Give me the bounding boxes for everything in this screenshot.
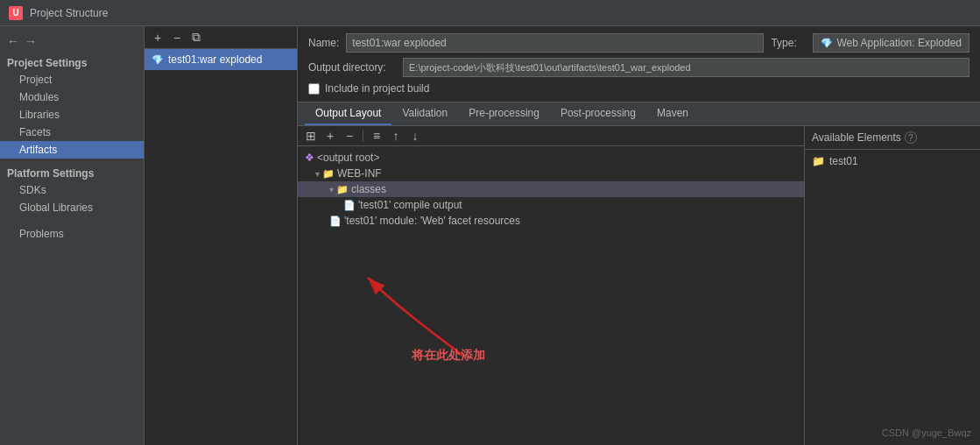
tab-output-layout[interactable]: Output Layout — [305, 102, 391, 125]
titlebar: U Project Structure — [0, 0, 980, 26]
tree-item-facet-resources[interactable]: 📄 'test01' module: 'Web' facet resources — [298, 213, 804, 229]
compile-output-icon: 📄 — [343, 200, 356, 211]
name-value: test01:war exploded — [352, 37, 446, 49]
artifact-panel: + − ⧉ 💎 test01:war exploded Name: test01… — [145, 26, 980, 445]
tree-toolbar: ⊞ + − ≡ ↑ ↓ — [298, 126, 804, 146]
nav-forward-button[interactable]: → — [25, 34, 37, 48]
sidebar-item-libraries[interactable]: Libraries — [0, 106, 144, 124]
annotation-text: 将在此处添加 — [412, 348, 485, 364]
tree-content: ❖ <output root> ▾ 📁 WEB-INF ▾ — [298, 146, 804, 445]
copy-artifact-button[interactable]: ⧉ — [188, 30, 204, 45]
sidebar-item-sdks[interactable]: SDKs — [0, 181, 144, 199]
tree-pane: ⊞ + − ≡ ↑ ↓ ❖ <output root> — [298, 126, 805, 445]
tree-item-web-inf[interactable]: ▾ 📁 WEB-INF — [298, 166, 804, 181]
available-info-icon: ? — [905, 131, 917, 144]
type-value-box[interactable]: 💎 Web Application: Exploded — [813, 33, 969, 53]
available-elements-title: Available Elements — [812, 131, 901, 144]
web-inf-label: WEB-INF — [337, 167, 382, 180]
name-row: Name: test01:war exploded Type: 💎 Web Ap… — [308, 33, 969, 53]
tab-pre-processing[interactable]: Pre-processing — [458, 102, 550, 125]
sidebar-item-artifacts[interactable]: Artifacts — [0, 141, 144, 159]
main-layout: ← → Project Settings Project Modules Lib… — [0, 26, 980, 445]
output-dir-row: Output directory: E:\project-code\小歌科技\t… — [308, 58, 969, 77]
artifact-list-pane: + − ⧉ 💎 test01:war exploded — [145, 26, 298, 445]
web-inf-folder-icon: 📁 — [322, 168, 335, 180]
layout-area: ⊞ + − ≡ ↑ ↓ ❖ <output root> — [298, 126, 980, 445]
tree-btn-remove[interactable]: − — [342, 129, 357, 143]
platform-settings-section: Platform Settings — [0, 164, 144, 181]
app-icon: U — [9, 6, 23, 20]
sidebar: ← → Project Settings Project Modules Lib… — [0, 26, 145, 445]
output-root-label: <output root> — [317, 152, 379, 164]
include-checkbox-row: Include in project build — [308, 82, 969, 95]
tree-btn-down[interactable]: ↓ — [407, 129, 423, 143]
available-item-icon: 📁 — [812, 155, 825, 167]
toolbar-separator — [363, 130, 363, 142]
facet-resources-icon: 📄 — [329, 215, 342, 227]
tab-maven[interactable]: Maven — [646, 102, 699, 125]
output-root-icon: ❖ — [305, 152, 314, 164]
available-item-test01[interactable]: 📁 test01 — [812, 153, 973, 169]
content-area: + − ⧉ 💎 test01:war exploded Name: test01… — [145, 26, 980, 445]
facet-resources-label: 'test01' module: 'Web' facet resources — [344, 215, 520, 227]
artifact-detail-pane: Name: test01:war exploded Type: 💎 Web Ap… — [298, 26, 980, 445]
tree-btn-add[interactable]: + — [322, 129, 338, 143]
output-dir-value-box: E:\project-code\小歌科技\test01\out\artifact… — [403, 58, 969, 77]
type-label: Type: — [771, 37, 806, 49]
tab-validation[interactable]: Validation — [391, 102, 458, 125]
type-gem-icon: 💎 — [821, 38, 833, 49]
sidebar-item-global-libraries[interactable]: Global Libraries — [0, 199, 144, 216]
project-settings-section: Project Settings — [0, 53, 144, 71]
name-label: Name: — [308, 37, 339, 49]
include-label: Include in project build — [325, 82, 429, 95]
tree-btn-sort[interactable]: ≡ — [369, 129, 384, 143]
compile-output-label: 'test01' compile output — [358, 199, 462, 211]
artifact-gem-icon: 💎 — [152, 54, 164, 66]
available-content: 📁 test01 — [805, 150, 980, 445]
available-item-label: test01 — [829, 155, 858, 167]
output-dir-label: Output directory: — [308, 61, 396, 74]
available-elements-pane: Available Elements ? 📁 test01 — [805, 126, 980, 445]
web-inf-expand-icon: ▾ — [315, 169, 320, 179]
sidebar-item-problems[interactable]: Problems — [0, 225, 144, 243]
sidebar-item-modules[interactable]: Modules — [0, 88, 144, 106]
add-artifact-button[interactable]: + — [150, 31, 166, 45]
detail-header: Name: test01:war exploded Type: 💎 Web Ap… — [298, 26, 980, 102]
remove-artifact-button[interactable]: − — [169, 31, 185, 45]
tree-item-compile-output[interactable]: 📄 'test01' compile output — [298, 197, 804, 213]
nav-back-button[interactable]: ← — [7, 34, 19, 48]
tab-post-processing[interactable]: Post-processing — [550, 102, 646, 125]
window-title: Project Structure — [30, 7, 108, 19]
classes-expand-icon: ▾ — [329, 185, 334, 194]
available-elements-header: Available Elements ? — [805, 126, 980, 150]
tree-item-classes[interactable]: ▾ 📁 classes — [298, 181, 804, 197]
type-value: Web Application: Exploded — [836, 37, 962, 49]
name-value-box: test01:war exploded — [346, 33, 764, 53]
artifact-item-test01-war-exploded[interactable]: 💎 test01:war exploded — [145, 49, 297, 70]
tabs-bar: Output Layout Validation Pre-processing … — [298, 102, 980, 126]
sidebar-item-facets[interactable]: Facets — [0, 124, 144, 141]
classes-label: classes — [351, 183, 386, 195]
artifact-list-toolbar: + − ⧉ — [145, 26, 297, 49]
output-dir-value: E:\project-code\小歌科技\test01\out\artifact… — [409, 61, 691, 74]
sidebar-item-project[interactable]: Project — [0, 71, 144, 88]
classes-folder-icon: 📁 — [336, 184, 349, 195]
tree-item-output-root[interactable]: ❖ <output root> — [298, 150, 804, 166]
watermark: CSDN @yuge_Bwqz — [882, 427, 971, 438]
sidebar-nav: ← → — [0, 31, 144, 52]
include-checkbox[interactable] — [308, 83, 320, 95]
tree-btn-up[interactable]: ↑ — [388, 129, 404, 143]
artifact-item-label: test01:war exploded — [168, 53, 262, 66]
tree-btn-grid[interactable]: ⊞ — [303, 129, 319, 143]
